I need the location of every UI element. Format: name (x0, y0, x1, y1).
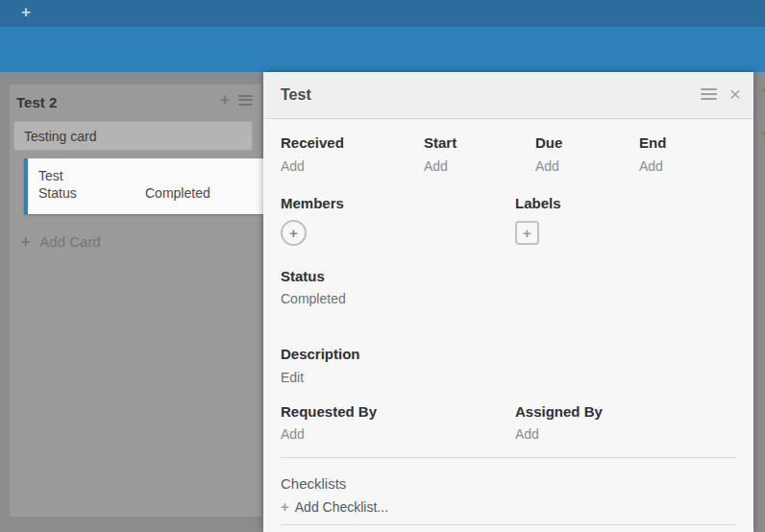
description-label: Description (281, 347, 360, 362)
status-value: Completed (281, 292, 346, 306)
list-column: Test 2 + Test Status Completed + Add Car… (10, 85, 261, 517)
field-start: Start Add (424, 135, 457, 174)
assigned-by-label: Assigned By (515, 404, 603, 420)
card-title: Test (38, 167, 263, 184)
due-label: Due (535, 135, 562, 151)
plus-icon: + (21, 234, 30, 250)
section-divider (281, 457, 737, 458)
requested-by-add-link[interactable]: Add (281, 427, 305, 442)
end-label: End (639, 135, 666, 151)
plus-icon: + (281, 500, 289, 514)
received-add-link[interactable]: Add (281, 159, 344, 174)
status-label: Status (281, 269, 325, 284)
card-menu-icon[interactable] (701, 88, 717, 100)
field-received: Received Add (281, 135, 344, 174)
add-card-label: Add Card (39, 233, 100, 250)
card-detail-header: Test × (263, 72, 753, 119)
description-edit-link[interactable]: Edit (281, 371, 304, 385)
add-label-button[interactable]: + (515, 221, 539, 245)
card-detail-title: Test (281, 86, 311, 104)
start-label: Start (424, 135, 457, 151)
new-card-title-input[interactable] (13, 121, 253, 151)
received-label: Received (281, 135, 344, 151)
section-divider (281, 524, 737, 525)
due-add-link[interactable]: Add (535, 159, 562, 174)
end-add-link[interactable]: Add (639, 159, 666, 174)
board-canvas-dimmed: Test 2 + Test Status Completed + Add Car… (0, 72, 765, 532)
labels-label: Labels (515, 196, 561, 211)
requested-by-label: Requested By (281, 404, 377, 420)
add-checklist-label: Add Checklist... (295, 499, 388, 515)
close-icon[interactable]: × (729, 85, 741, 103)
add-board-icon[interactable]: + (21, 2, 31, 23)
add-card-button[interactable]: + Add Card (21, 233, 101, 250)
list-add-card-icon[interactable]: + (220, 93, 230, 107)
checklists-label: Checklists (281, 475, 346, 492)
add-checklist-button[interactable]: + Add Checklist... (281, 499, 388, 515)
field-end: End Add (639, 135, 666, 174)
list-header: Test 2 + (10, 85, 261, 121)
assigned-by-add-link[interactable]: Add (515, 427, 539, 442)
card-test[interactable]: Test Status Completed (24, 158, 263, 214)
card-detail-panel: Test × Received Add Start Add Due Add En… (263, 72, 753, 532)
card-field-label: Status (38, 184, 145, 202)
list-title: Test 2 (16, 94, 57, 110)
members-label: Members (281, 196, 344, 211)
field-due: Due Add (535, 135, 562, 174)
list-menu-icon[interactable] (238, 95, 253, 106)
board-header-bar (0, 27, 765, 72)
start-add-link[interactable]: Add (424, 159, 457, 174)
add-member-button[interactable]: + (281, 220, 307, 246)
top-navigation-bar: + (0, 0, 765, 27)
app-window: + Test 2 + Test Status Completed (0, 0, 765, 532)
card-field-value: Completed (145, 184, 210, 202)
